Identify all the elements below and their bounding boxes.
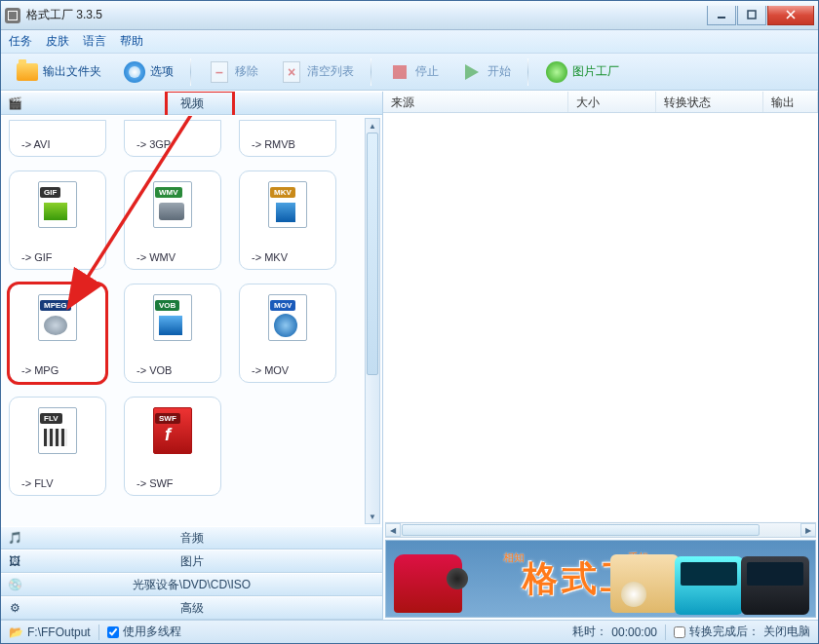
banner-small-text-1: 相知 [503, 550, 525, 565]
col-status[interactable]: 转换状态 [656, 92, 763, 112]
menu-task[interactable]: 任务 [9, 33, 32, 50]
camcorder-graphic [394, 554, 462, 613]
disc-icon: 💿 [1, 578, 28, 591]
mp3-graphic [610, 554, 679, 613]
right-panel: 来源 大小 转换状态 输出 [F2] ◀ ▶ 相知 格式工厂 手机 [383, 92, 818, 620]
category-picture-label: 图片 [28, 553, 382, 570]
scroll-thumb[interactable] [402, 524, 760, 536]
stop-label: 停止 [415, 63, 439, 80]
advanced-icon: ⚙ [1, 601, 28, 615]
svg-rect-0 [718, 17, 725, 19]
category-video-tab[interactable]: 🎬 视频 [1, 92, 382, 115]
title-bar[interactable]: 格式工厂 3.3.5 [1, 1, 818, 30]
category-stack: 🎵 音频 🖼 图片 💿 光驱设备\DVD\CD\ISO ⚙ 高级 [1, 526, 382, 620]
clear-icon: × [280, 60, 303, 84]
clear-list-label: 清空列表 [307, 63, 354, 80]
stop-icon [388, 60, 411, 84]
options-button[interactable]: 选项 [114, 57, 182, 88]
play-icon [460, 60, 484, 84]
scroll-right-arrow[interactable]: ▶ [800, 523, 816, 537]
list-body[interactable] [383, 113, 818, 521]
category-audio-tab[interactable]: 🎵 音频 [1, 526, 382, 549]
picture-factory-button[interactable]: 图片工厂 [536, 57, 628, 88]
multithread-checkbox[interactable] [107, 626, 119, 638]
start-label: 开始 [488, 63, 511, 80]
clear-list-button[interactable]: × 清空列表 [271, 57, 363, 88]
menu-skin[interactable]: 皮肤 [46, 33, 69, 50]
menu-language[interactable]: 语言 [83, 33, 106, 50]
col-source[interactable]: 来源 [383, 92, 568, 112]
elapsed-label: 耗时： [572, 624, 607, 640]
col-output[interactable]: 输出 [F2] [763, 92, 818, 112]
svg-rect-1 [748, 11, 756, 19]
category-advanced-label: 高级 [28, 600, 382, 617]
minimize-button[interactable] [707, 6, 736, 25]
phone-graphic-2 [741, 556, 809, 615]
category-disc-label: 光驱设备\DVD\CD\ISO [28, 577, 382, 593]
multithread-label: 使用多线程 [123, 624, 181, 640]
menu-bar: 任务 皮肤 语言 帮助 [1, 30, 818, 54]
toolbar: 输出文件夹 选项 – 移除 × 清空列表 停止 开始 图片工厂 [1, 54, 818, 91]
phone-graphic-1 [675, 556, 743, 615]
scroll-down-arrow[interactable]: ▼ [366, 510, 379, 523]
separator [190, 58, 191, 86]
category-advanced-tab[interactable]: ⚙ 高级 [1, 596, 382, 620]
app-window: 格式工厂 3.3.5 任务 皮肤 语言 帮助 输出文件夹 选项 – 移除 × 清… [0, 0, 819, 644]
picture-factory-label: 图片工厂 [572, 63, 619, 80]
picture-icon: 🖼 [1, 554, 28, 568]
tiles-area: -> AVI -> 3GP -> RMVB GIF -> GIF WMV -> [1, 115, 382, 526]
remove-button[interactable]: – 移除 [199, 57, 267, 88]
category-picture-tab[interactable]: 🖼 图片 [1, 549, 382, 573]
separator [370, 58, 371, 86]
elapsed-segment: 耗时： 00:00:00 [565, 621, 665, 643]
banner[interactable]: 相知 格式工厂 手机 [385, 540, 816, 618]
main-area: 🎬 视频 -> AVI -> 3GP -> RMVB GIF [1, 91, 818, 620]
category-disc-tab[interactable]: 💿 光驱设备\DVD\CD\ISO [1, 573, 382, 596]
output-path-text: F:\FFOutput [27, 625, 91, 639]
category-audio-label: 音频 [28, 530, 382, 547]
window-title: 格式工厂 3.3.5 [26, 7, 707, 23]
close-button[interactable] [767, 6, 814, 25]
status-bar: 📂 F:\FFOutput 使用多线程 耗时： 00:00:00 转换完成后： … [1, 620, 818, 643]
maximize-button[interactable] [737, 6, 766, 25]
output-folder-button[interactable]: 输出文件夹 [7, 57, 110, 88]
remove-icon: – [208, 60, 231, 84]
remove-label: 移除 [235, 63, 258, 80]
after-done-value: 关闭电脑 [763, 624, 810, 640]
elapsed-value: 00:00:00 [611, 625, 657, 639]
audio-icon: 🎵 [1, 531, 28, 545]
list-header: 来源 大小 转换状态 输出 [F2] [383, 92, 818, 113]
window-controls [707, 6, 814, 25]
col-size[interactable]: 大小 [568, 92, 656, 112]
folder-open-icon: 📂 [9, 625, 23, 639]
annotation-arrow [1, 116, 382, 506]
video-icon: 🎬 [1, 96, 28, 110]
horizontal-scrollbar[interactable]: ◀ ▶ [385, 522, 816, 538]
stop-button[interactable]: 停止 [379, 57, 448, 88]
left-panel: 🎬 视频 -> AVI -> 3GP -> RMVB GIF [1, 92, 383, 620]
start-button[interactable]: 开始 [451, 57, 520, 88]
menu-help[interactable]: 帮助 [120, 33, 143, 50]
globe-icon [545, 60, 568, 84]
multithread-segment[interactable]: 使用多线程 [99, 621, 189, 643]
options-label: 选项 [150, 63, 174, 80]
scroll-left-arrow[interactable]: ◀ [385, 523, 401, 537]
svg-line-2 [85, 116, 194, 282]
separator [527, 58, 528, 86]
after-done-segment[interactable]: 转换完成后： 关闭电脑 [666, 621, 818, 643]
after-done-label: 转换完成后： [689, 624, 760, 640]
app-icon [5, 8, 20, 23]
folder-icon [16, 60, 39, 84]
gear-icon [123, 60, 146, 84]
output-folder-label: 输出文件夹 [43, 63, 101, 80]
output-path-segment[interactable]: 📂 F:\FFOutput [1, 621, 98, 643]
after-done-checkbox[interactable] [674, 626, 685, 638]
